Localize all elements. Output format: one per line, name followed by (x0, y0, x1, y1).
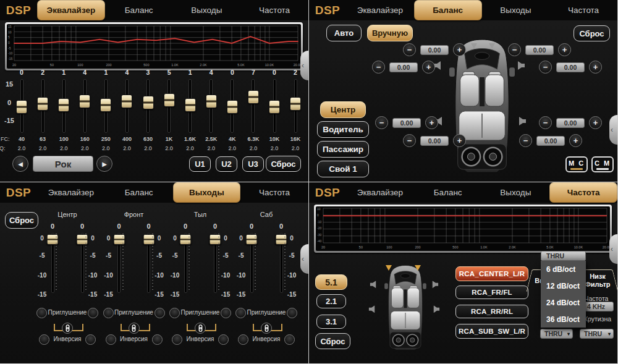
invert-left-toggle[interactable] (39, 334, 49, 345)
tab-outputs[interactable]: Выходы (482, 0, 550, 20)
preset-display[interactable]: Рок (33, 156, 93, 172)
lp-slope-combobox[interactable]: THRU ▾ (580, 329, 614, 339)
eq-slider-thumb[interactable] (143, 96, 154, 109)
eq-slider-thumb[interactable] (227, 100, 238, 114)
config-51-button[interactable]: 5.1 (315, 274, 347, 290)
increase-button[interactable]: + (569, 134, 582, 147)
eq-slider-thumb[interactable] (100, 98, 111, 112)
rca-button-1[interactable]: RCA_FR/FL (455, 286, 528, 299)
mute-left-toggle[interactable] (169, 308, 180, 318)
mute-left-toggle[interactable] (235, 308, 246, 318)
tab-outputs[interactable]: Выходы (482, 182, 550, 203)
dropdown-option[interactable]: 36 dB/oct (541, 311, 586, 328)
eq-band-slider[interactable] (252, 79, 255, 133)
eq-slider-thumb[interactable] (58, 98, 69, 112)
preset-driver-button[interactable]: Водитель (317, 121, 369, 138)
increase-button[interactable]: + (453, 134, 466, 147)
decrease-button[interactable]: − (539, 61, 552, 74)
output-slider[interactable] (81, 233, 84, 293)
rca-button-0[interactable]: RCA_CENTER_L/R (455, 266, 528, 281)
user-preset-u3-button[interactable]: U3 (242, 156, 264, 172)
panel-edge-handle[interactable]: ‹ (300, 244, 308, 274)
preset-center-button[interactable]: Центр (320, 101, 366, 118)
mute-right-toggle[interactable] (287, 308, 297, 318)
dropdown-option[interactable]: 24 dB/oct (541, 294, 586, 311)
tab-equalizer[interactable]: Эквалайзер (37, 182, 105, 203)
tab-equalizer[interactable]: Эквалайзер (346, 0, 414, 20)
invert-left-toggle[interactable] (106, 334, 116, 345)
eq-band-slider[interactable] (210, 79, 213, 133)
memory-cm-button[interactable]: C M (591, 156, 614, 172)
invert-right-toggle[interactable] (284, 334, 295, 345)
eq-band-slider[interactable] (294, 79, 297, 133)
eq-slider-thumb[interactable] (37, 97, 48, 111)
eq-band-slider[interactable] (62, 79, 66, 133)
eq-band-slider[interactable] (231, 79, 234, 133)
balance-auto-button[interactable]: Авто (326, 25, 362, 41)
eq-slider-thumb[interactable] (164, 93, 175, 107)
eq-band-slider[interactable] (125, 79, 129, 133)
panel-edge-handle[interactable]: ‹ (609, 115, 617, 145)
panel-edge-handle[interactable]: ‹ (300, 51, 308, 80)
tab-frequency[interactable]: Частота (549, 182, 617, 203)
preset-custom1-button[interactable]: Свой 1 (317, 161, 369, 177)
output-slider[interactable] (147, 233, 150, 293)
eq-band-slider[interactable] (20, 79, 23, 133)
eq-slider-thumb[interactable] (269, 100, 280, 114)
user-preset-u2-button[interactable]: U2 (216, 156, 237, 172)
eq-slider-thumb[interactable] (79, 95, 90, 108)
tab-frequency[interactable]: Частота (240, 0, 308, 20)
increase-button[interactable]: + (589, 61, 602, 74)
memory-mc-button[interactable]: M C (565, 156, 588, 172)
tab-frequency[interactable]: Частота (240, 182, 308, 203)
link-channels-toggle[interactable] (195, 323, 206, 334)
eq-slider-thumb[interactable] (16, 100, 27, 114)
output-slider[interactable] (250, 233, 253, 293)
increase-button[interactable]: + (453, 43, 466, 56)
tab-equalizer[interactable]: Эквалайзер (346, 182, 414, 203)
dropdown-selected-option[interactable]: THRU (541, 251, 586, 261)
panel-edge-handle[interactable]: ‹ (609, 234, 617, 264)
output-slider[interactable] (117, 233, 121, 293)
eq-band-slider[interactable] (83, 79, 87, 133)
tab-balance[interactable]: Баланс (414, 182, 482, 203)
user-preset-u1-button[interactable]: U1 (189, 156, 211, 172)
eq-band-slider[interactable] (104, 79, 108, 133)
config-21-button[interactable]: 2.1 (316, 294, 346, 308)
eq-band-slider[interactable] (188, 79, 192, 133)
decrease-button[interactable]: − (372, 61, 385, 74)
output-slider[interactable] (280, 233, 283, 293)
eq-slider-thumb[interactable] (248, 90, 259, 104)
decrease-button[interactable]: − (403, 43, 416, 56)
link-channels-toggle[interactable] (129, 323, 140, 334)
link-channels-toggle[interactable] (62, 323, 73, 334)
tab-outputs[interactable]: Выходы (173, 182, 241, 203)
output-slider[interactable] (51, 233, 54, 293)
increase-button[interactable]: + (558, 43, 571, 56)
decrease-button[interactable]: − (403, 134, 416, 147)
invert-left-toggle[interactable] (238, 334, 248, 345)
eq-band-slider[interactable] (41, 79, 44, 133)
rca-button-2[interactable]: RCA_RR/RL (455, 305, 528, 318)
preset-next-button[interactable]: ▶ (96, 156, 112, 172)
eq-band-slider[interactable] (146, 79, 150, 133)
crossover-reset-button[interactable]: Сброс (315, 333, 350, 349)
eq-reset-button[interactable]: Сброс (266, 156, 301, 172)
dropdown-option[interactable]: 6 dB/oct (541, 261, 586, 277)
increase-button[interactable]: + (422, 61, 435, 74)
tab-outputs[interactable]: Выходы (173, 0, 241, 20)
decrease-button[interactable]: − (375, 116, 388, 129)
mute-left-toggle[interactable] (36, 308, 47, 318)
tab-balance[interactable]: Баланс (105, 182, 173, 203)
eq-band-slider[interactable] (167, 79, 171, 133)
eq-slider-thumb[interactable] (206, 95, 217, 108)
balance-manual-button[interactable]: Вручную (367, 25, 413, 41)
rca-button-3[interactable]: RCA_SUB_SW_L/R (455, 324, 528, 339)
increase-button[interactable]: + (589, 116, 602, 129)
tab-frequency[interactable]: Частота (549, 0, 617, 20)
eq-slider-thumb[interactable] (290, 97, 301, 111)
config-31-button[interactable]: 3.1 (316, 315, 346, 329)
eq-slider-thumb[interactable] (121, 95, 132, 108)
tab-equalizer[interactable]: Эквалайзер (37, 0, 105, 20)
link-channels-toggle[interactable] (261, 323, 272, 334)
